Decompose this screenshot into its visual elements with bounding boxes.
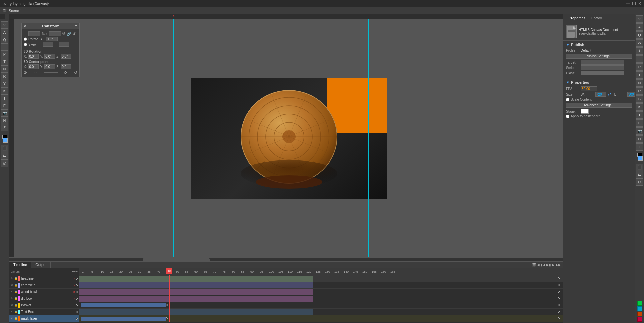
far-text-tool[interactable]: T [636,71,643,79]
tab-library[interactable]: Library [588,15,605,21]
layer-headline[interactable]: 👁 🔒 headline × [9,275,79,282]
far-pen-tool[interactable]: P [636,63,643,71]
timeline-ctrl-6[interactable]: ▶▶ [556,263,561,267]
line-tool[interactable]: N [1,65,8,73]
layer-x-headline[interactable]: × [73,277,75,280]
far-line-tool[interactable]: N [636,79,643,87]
timeline-ctrl-2[interactable]: ◀ [537,263,540,267]
3d-z-input[interactable] [61,54,71,59]
layer-lock-masklayer[interactable]: 🔒 [14,317,18,321]
layer-woodbowl[interactable]: 👁 🔒 wood bowl × [9,289,79,295]
scale-w-input[interactable] [28,31,40,36]
layer-eye-headline[interactable]: 👁 [10,277,14,281]
rotate-input[interactable] [46,37,58,41]
skew-radio[interactable] [24,42,27,47]
maximize-btn[interactable]: □ [632,1,636,7]
fill-color[interactable] [3,138,8,143]
constrain-icon[interactable]: 🔗 [67,32,71,36]
layer-masklayer[interactable]: ⚙ 🔒 mask layer [9,315,79,322]
swap-size-icon[interactable]: ⇄ [607,92,611,97]
frames-area[interactable]: 48 1 5 10 15 20 25 30 35 40 45 [79,268,563,322]
zoom-tool[interactable]: Z [1,124,8,131]
width-input[interactable] [595,92,606,97]
skew-h-input[interactable] [43,42,53,47]
bucket-tool[interactable]: K [1,87,8,95]
3d-x-input[interactable] [28,54,39,59]
far-zoom-tool[interactable]: Z [636,143,643,151]
pen-tool[interactable]: P [1,51,8,58]
far-fill-color[interactable] [638,156,643,161]
scale-content-checkbox[interactable] [566,98,569,101]
height-input[interactable] [627,92,635,97]
advanced-settings-btn[interactable]: Advanced Settings... [566,103,632,108]
close-btn[interactable]: × [638,1,641,7]
scene-label[interactable]: Scene 1 [9,9,22,13]
layer-menu-btn[interactable]: ≡ [76,270,78,273]
layer-lock-headline[interactable]: 🔒 [14,277,18,281]
far-eyedrop-tool[interactable]: I [636,111,643,119]
transform-icon-4[interactable]: ↺ [74,70,77,75]
layer-lock-ceramic[interactable]: 🔒 [14,283,18,287]
layer-textbox[interactable]: 👁 🔒 Text Box [9,309,79,315]
frames-ceramic[interactable] [79,282,563,289]
layer-lock-textbox[interactable]: 🔒 [14,310,18,314]
transform-icon-1[interactable]: ⟳ [24,70,27,75]
basket-object[interactable] [236,82,342,195]
far-info-tool[interactable]: ℹ [636,47,643,55]
black-white-btn[interactable]: ⬛ [1,145,8,152]
rect-tool[interactable]: R [1,73,8,80]
far-lasso-tool[interactable]: L [636,55,643,63]
subselection-tool[interactable]: A [1,29,8,36]
timeline-ctrl-1[interactable]: 🎬 [532,263,536,267]
3d-cx-input[interactable] [28,64,39,69]
far-hand-tool[interactable]: H [636,135,643,143]
3d-cy-input[interactable] [44,64,55,69]
layer-eye-masklayer[interactable]: ⚙ [10,317,14,321]
far-brush-tool[interactable]: B [636,95,643,103]
far-bucket-tool[interactable]: K [636,103,643,111]
far-eraser-tool[interactable]: E [636,119,643,127]
far-subsel-tool[interactable]: A [636,23,643,31]
layer-x-ceramic[interactable]: × [73,284,75,287]
transform-icon-2[interactable]: ↔ [34,70,38,75]
frames-basket[interactable] [79,302,563,309]
frames-dipbowl[interactable] [79,295,563,302]
output-tab[interactable]: Output [31,262,51,268]
scale-h-input[interactable] [49,31,61,36]
eyedropper-tool[interactable]: I [1,95,8,102]
transform-close[interactable]: × [24,24,26,28]
selection-tool[interactable]: V [1,21,8,29]
layer-dipbowl[interactable]: 👁 🔒 dip bowl × [9,295,79,302]
no-color-btn[interactable]: ∅ [1,159,8,167]
frames-headline[interactable] [79,275,563,282]
tab-properties[interactable]: Properties [566,15,588,21]
layer-eye-ceramic[interactable]: 👁 [10,283,14,287]
layer-basket[interactable]: 👁 🔒 Basket [9,302,79,309]
camera-tool[interactable]: 📷 [1,109,8,117]
layer-lock-basket[interactable]: 🔒 [14,303,18,307]
far-nocolor-btn[interactable]: ∅ [636,178,643,186]
timeline-tab[interactable]: Timeline [9,262,31,268]
frames-woodbowl[interactable] [79,289,563,295]
3d-y-input[interactable] [44,54,55,59]
publish-settings-btn[interactable]: Publish Settings... [566,54,632,59]
far-bw-btn[interactable]: ⬛ [636,164,643,171]
layer-eye-basket[interactable]: 👁 [10,303,14,307]
fps-input[interactable] [581,86,597,91]
layer-lock-dipbowl[interactable]: 🔒 [14,297,18,301]
timeline-ctrl-3[interactable]: ▮◀ [541,263,545,267]
class-input[interactable] [581,71,624,75]
layer-eye-textbox[interactable]: 👁 [10,310,14,314]
eraser-tool[interactable]: E [1,102,8,109]
transform-menu[interactable]: ≡ [75,24,77,28]
script-input[interactable] [581,65,624,70]
layer-lock-woodbowl[interactable]: 🔒 [14,290,18,294]
timeline-ctrl-5[interactable]: ▶ [552,263,555,267]
far-freetrans-tool[interactable]: Q [636,31,643,39]
3d-cz-input[interactable] [61,64,71,69]
target-input[interactable] [581,60,624,65]
free-transform-tool[interactable]: Q [1,36,8,43]
layer-eye-woodbowl[interactable]: 👁 [10,290,14,294]
frames-masklayer[interactable] [79,315,563,322]
stage-color-chip[interactable] [581,109,589,114]
